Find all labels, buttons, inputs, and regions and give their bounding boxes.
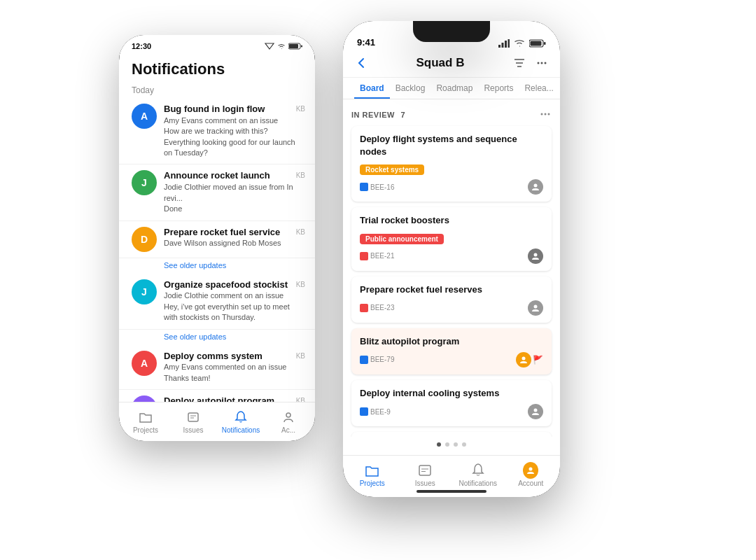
notif-sub-3: Dave Wilson assigned Rob Moses — [164, 238, 302, 248]
header-action-icons — [512, 56, 549, 70]
svg-point-32 — [529, 468, 533, 471]
card-bee21[interactable]: Trial rocket boosters Public announcemen… — [351, 207, 552, 270]
column-more-icon[interactable] — [539, 108, 552, 120]
square-icon-bee23 — [360, 304, 368, 312]
account-icon — [281, 410, 296, 425]
see-older-1[interactable]: See older updates — [119, 258, 315, 274]
nav-label-projects: Projects — [133, 426, 158, 434]
status-time-right: 9:41 — [357, 37, 375, 48]
tab-release[interactable]: Relea... — [519, 78, 559, 99]
card-footer-bee23: BEE-23 — [360, 300, 543, 316]
card-bee9[interactable]: Deploy internal cooling systems BEE-9 — [351, 380, 552, 426]
svg-point-23 — [548, 113, 550, 115]
avatars-bee79: 🚩 — [516, 352, 543, 368]
phone-right: 9:41 — [343, 21, 560, 497]
notif-meta-1: KB — [296, 105, 305, 113]
svg-rect-2 — [289, 44, 298, 48]
card-footer-bee79: BEE-79 🚩 — [360, 352, 543, 368]
signal-bars-icon — [498, 39, 510, 48]
filter-icon[interactable] — [512, 56, 526, 70]
svg-point-26 — [534, 304, 538, 308]
nav-projects-right[interactable]: Projects — [346, 463, 399, 487]
page-title-left: Notifications — [119, 55, 315, 81]
card-title-bee79: Blitz autopilot program — [360, 335, 543, 348]
card-title-bee23: Prepare rocket fuel reserves — [360, 284, 543, 296]
card-title-bee21: Trial rocket boosters — [360, 214, 543, 227]
notif-item-5[interactable]: A Deploy comms system Amy Evans commente… — [119, 345, 315, 391]
phone-left-screen: 12:30 — [119, 35, 315, 441]
avatar-bee16 — [528, 179, 543, 195]
nav-label-notifications: Notifications — [222, 426, 260, 434]
card-bee16[interactable]: Deploy flight systems and sequence nodes… — [351, 126, 552, 202]
scene: 12:30 — [0, 0, 756, 560]
notif-sub-5: Amy Evans commented on an issueThanks te… — [164, 362, 302, 384]
nav-issues-right[interactable]: Issues — [399, 463, 452, 487]
board-content: IN REVIEW 7 Deploy flight systems and se… — [343, 99, 560, 437]
card-bee23[interactable]: Prepare rocket fuel reserves BEE-23 — [351, 276, 552, 323]
svg-point-18 — [537, 62, 539, 64]
nav-label-issues: Issues — [183, 426, 204, 434]
account-avatar-icon — [523, 463, 538, 478]
nav-projects-left[interactable]: Projects — [122, 410, 169, 434]
notch-right — [413, 21, 490, 42]
avatar1-bee79 — [516, 352, 531, 368]
svg-rect-11 — [508, 39, 510, 48]
svg-point-27 — [522, 356, 526, 360]
notif-meta-4: KB — [296, 281, 305, 288]
card-id-bee9: BEE-9 — [360, 407, 391, 416]
flag-icon-bee79: 🚩 — [533, 355, 543, 365]
tab-reports[interactable]: Reports — [478, 78, 519, 99]
svg-rect-13 — [531, 41, 542, 46]
card-footer-bee16: BEE-16 — [360, 179, 543, 195]
avatar-bee21 — [528, 248, 543, 264]
battery-icon-right — [529, 39, 546, 48]
nav-notifications-left[interactable]: Notifications — [217, 410, 265, 434]
status-icons-right — [498, 39, 546, 48]
notifications-content: Today A Bug found in login flow Amy Evan… — [119, 81, 315, 428]
notif-meta-5: KB — [296, 352, 305, 360]
avatar-bee23 — [528, 300, 543, 316]
notif-item-4[interactable]: J Organize spacefood stockist Jodie Clot… — [119, 274, 315, 330]
dot-3 — [454, 442, 458, 447]
notif-item-2[interactable]: J Announce rocket launch Jodie Clothier … — [119, 164, 315, 220]
nav-account-right[interactable]: Account — [505, 463, 558, 487]
column-header-in-review: IN REVIEW 7 — [351, 108, 552, 120]
notif-title-2: Announce rocket launch — [164, 170, 302, 182]
svg-point-19 — [540, 62, 542, 64]
nav-account-left[interactable]: Ac... — [265, 410, 312, 434]
notif-sub-4: Jodie Clothie comment on an issueHey, i'… — [164, 290, 302, 323]
nav-issues-left[interactable]: Issues — [169, 410, 217, 434]
tab-roadmap[interactable]: Roadmap — [430, 78, 478, 99]
nav-label-account: Ac... — [281, 426, 295, 434]
nav-label-account-right: Account — [518, 479, 543, 487]
card-spacefood[interactable]: Organize spacefood stockist — [351, 432, 552, 437]
dot-2 — [445, 442, 449, 447]
battery-icon — [288, 43, 302, 50]
avatar-n4: J — [132, 279, 157, 304]
phone-left: 12:30 — [119, 35, 315, 441]
wifi-icon — [277, 43, 286, 50]
back-icon[interactable] — [354, 56, 368, 70]
bottom-nav-left: Projects Issues — [119, 402, 315, 441]
more-icon[interactable] — [535, 56, 549, 70]
tab-backlog[interactable]: Backlog — [390, 78, 431, 99]
nav-label-issues-right: Issues — [415, 479, 435, 487]
check-square-icon-bee16 — [360, 183, 368, 191]
notif-item-1[interactable]: A Bug found in login flow Amy Evans comm… — [119, 98, 315, 164]
notif-item-3[interactable]: D Prepare rocket fuel service Dave Wilso… — [119, 221, 315, 258]
svg-rect-3 — [301, 46, 302, 48]
card-bee79[interactable]: Blitz autopilot program BEE-79 — [351, 328, 552, 374]
dot-4 — [462, 442, 466, 447]
svg-rect-10 — [505, 41, 507, 48]
nav-label-notifications-right: Notifications — [459, 479, 497, 487]
card-title-bee9: Deploy internal cooling systems — [360, 387, 543, 400]
tab-board[interactable]: Board — [354, 78, 390, 99]
wifi-icon-right — [514, 39, 525, 48]
home-indicator — [416, 490, 486, 493]
see-older-2[interactable]: See older updates — [119, 330, 315, 345]
nav-notifications-right[interactable]: Notifications — [451, 463, 505, 487]
svg-rect-9 — [502, 43, 504, 48]
bell-icon-left — [233, 410, 248, 425]
svg-point-28 — [534, 409, 538, 412]
square-icon-bee21 — [360, 252, 368, 260]
